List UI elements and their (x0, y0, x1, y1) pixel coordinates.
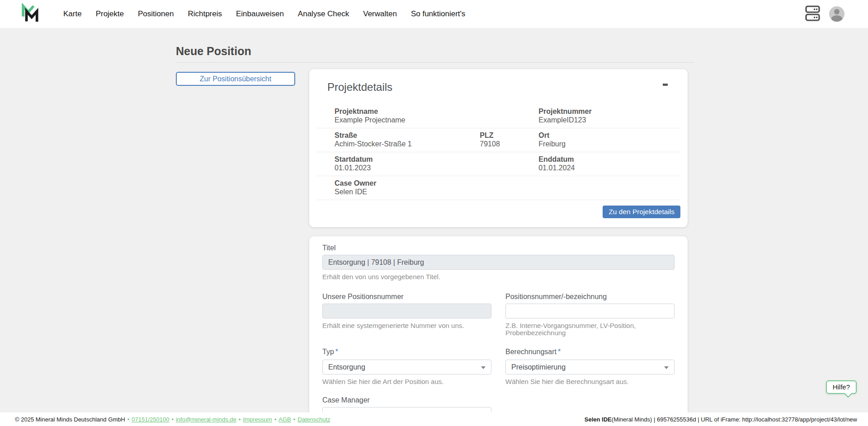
berechnungsart-help-text: Wählen Sie hier die Berechnungsart aus. (505, 378, 675, 385)
detail-row: Startdatum 01.01.2023 Enddatum 01.01.202… (316, 152, 680, 176)
required-asterisk: * (558, 348, 561, 356)
our-number-label: Unsere Positionsnummer (322, 293, 404, 300)
collapse-card-button[interactable] (662, 81, 669, 89)
field-label: Case Owner (335, 179, 680, 187)
field-value: Freiburg (538, 140, 680, 148)
title-divider (176, 62, 694, 63)
nav-item-richtpreis[interactable]: Richtpreis (188, 9, 222, 19)
nav-item-positionen[interactable]: Positionen (138, 9, 174, 19)
navbar: Karte Projekte Positionen Richtpreis Ein… (0, 0, 868, 28)
field-value: 79108 (480, 140, 538, 148)
footer-separator: • (127, 416, 130, 423)
detail-row: Projektname Example Projectname Projektn… (316, 104, 680, 128)
field-label: Projektname (335, 108, 538, 115)
new-position-form-card: Titel Erhält den von uns vorgegebenen Ti… (309, 236, 688, 426)
nav-item-karte[interactable]: Karte (63, 9, 82, 19)
footer-separator: • (274, 416, 277, 423)
mineral-minds-logo-icon (21, 3, 38, 25)
field-label: Startdatum (335, 155, 538, 163)
typ-select[interactable]: Entsorgung (322, 360, 491, 375)
copyright-text: © 2025 Mineral Minds Deutschland GmbH (15, 416, 125, 423)
field-label: Ort (538, 131, 680, 139)
field-value: 01.01.2024 (538, 164, 680, 172)
footer-separator: • (293, 416, 296, 423)
berechnungsart-select[interactable]: Preisoptimierung (505, 360, 675, 375)
session-info: (Mineral Minds) | 69576255536d | URL of … (612, 416, 857, 423)
back-to-positions-button[interactable]: Zur Positionsübersicht (176, 72, 295, 86)
nav-item-einbauweisen[interactable]: Einbauweisen (236, 9, 284, 19)
chevron-down-icon (664, 366, 669, 369)
position-number-label: Positionsnummer/-bezeichnung (505, 293, 607, 300)
field-value: Selen IDE (335, 188, 680, 196)
berechnungsart-field-group: Berechnungsart* Preisoptimierung Wählen … (505, 348, 675, 385)
titel-label: Titel (322, 244, 336, 252)
nav-item-so-funktionierts[interactable]: So funktioniert's (411, 9, 465, 19)
main-content: Neue Position Zur Positionsübersicht Pro… (176, 44, 694, 426)
our-number-input (322, 304, 491, 318)
server-stack-icon[interactable] (805, 5, 820, 23)
nav-item-analyse-check[interactable]: Analyse Check (298, 9, 349, 19)
main-nav: Karte Projekte Positionen Richtpreis Ein… (63, 9, 465, 19)
position-number-help-text: Z.B. Interne-Vorgangsnummer, LV-Position… (505, 322, 675, 337)
brand-logo[interactable] (21, 3, 38, 25)
footer-separator: • (239, 416, 241, 423)
titel-field-group: Titel Erhält den von uns vorgegebenen Ti… (322, 244, 675, 281)
nav-item-projekte[interactable]: Projekte (96, 9, 124, 19)
help-button[interactable]: Hilfe? (826, 380, 857, 394)
minus-icon (663, 84, 668, 86)
footer-separator: • (171, 416, 174, 423)
typ-help-text: Wählen Sie hier die Art der Position aus… (322, 378, 491, 385)
session-user: Selen IDE (585, 416, 612, 423)
field-value: Achim-Stocker-Straße 1 (335, 140, 480, 148)
chevron-down-icon (481, 366, 486, 369)
footer: © 2025 Mineral Minds Deutschland GmbH • … (0, 412, 868, 426)
project-details-card: Projektdetails Projektname Example Proje… (309, 69, 688, 227)
impressum-link[interactable]: Impressum (243, 416, 272, 423)
avatar-shoulders (831, 15, 842, 22)
field-value: ExampleID123 (538, 116, 680, 124)
email-link[interactable]: info@mineral-minds.de (176, 416, 236, 423)
typ-selected-value: Entsorgung (328, 363, 365, 371)
field-value: Example Projectname (335, 116, 538, 124)
titel-help-text: Erhält den von uns vorgegebenen Titel. (322, 273, 675, 281)
field-value: 01.01.2023 (335, 164, 538, 172)
page-title: Neue Position (176, 44, 694, 58)
project-details-grid: Projektname Example Projectname Projektn… (316, 104, 680, 200)
avatar-head (834, 9, 840, 14)
nav-item-verwalten[interactable]: Verwalten (363, 9, 397, 19)
berechnungsart-selected-value: Preisoptimierung (511, 363, 566, 371)
field-label: Enddatum (538, 155, 680, 163)
field-label: Projektnummer (538, 108, 680, 115)
go-to-project-details-button[interactable]: Zu den Projektdetails (603, 206, 680, 218)
berechnungsart-label: Berechnungsart* (505, 348, 561, 356)
detail-row: Case Owner Selen IDE (316, 176, 680, 200)
user-avatar-icon[interactable] (829, 6, 844, 22)
typ-field-group: Typ* Entsorgung Wählen Sie hier die Art … (322, 348, 491, 385)
position-number-field-group: Positionsnummer/-bezeichnung Z.B. Intern… (505, 293, 675, 337)
our-number-field-group: Unsere Positionsnummer Erhält eine syste… (322, 293, 491, 337)
phone-link[interactable]: 07151/250100 (132, 416, 169, 423)
typ-label: Typ* (322, 348, 338, 356)
speech-bubble-tail (844, 390, 852, 398)
project-card-title: Projektdetails (327, 81, 392, 94)
agb-link[interactable]: AGB (278, 416, 291, 423)
required-asterisk: * (335, 348, 338, 356)
case-manager-label: Case Manager (322, 396, 370, 404)
field-label: PLZ (480, 131, 538, 139)
datenschutz-link[interactable]: Datenschutz (297, 416, 330, 423)
position-number-input[interactable] (505, 304, 675, 318)
field-label: Straße (335, 131, 480, 139)
titel-input (322, 255, 675, 270)
detail-row: Straße Achim-Stocker-Straße 1 PLZ 79108 … (316, 128, 680, 152)
our-number-help-text: Erhält eine systemgenerierte Nummer von … (322, 322, 491, 329)
help-button-label: Hilfe? (833, 383, 850, 391)
